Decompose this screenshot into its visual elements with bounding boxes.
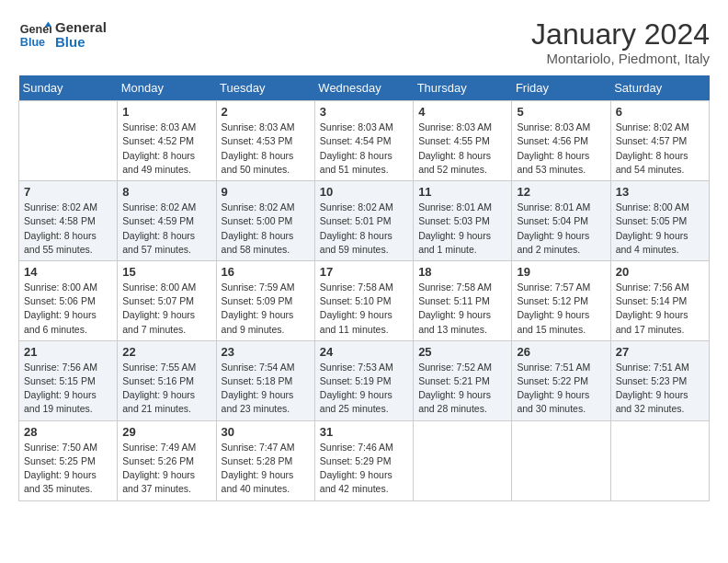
day-info: Sunrise: 8:03 AM Sunset: 4:56 PM Dayligh… [517, 121, 605, 177]
day-number: 16 [222, 265, 310, 279]
day-info: Sunrise: 7:56 AM Sunset: 5:14 PM Dayligh… [616, 281, 704, 337]
day-info: Sunrise: 8:00 AM Sunset: 5:06 PM Dayligh… [24, 281, 112, 337]
calendar-cell: 2Sunrise: 8:03 AM Sunset: 4:53 PM Daylig… [216, 101, 314, 181]
day-info: Sunrise: 8:02 AM Sunset: 5:00 PM Dayligh… [222, 201, 310, 257]
calendar-cell: 27Sunrise: 7:51 AM Sunset: 5:23 PM Dayli… [610, 340, 709, 420]
day-info: Sunrise: 7:55 AM Sunset: 5:16 PM Dayligh… [122, 361, 210, 417]
day-number: 31 [320, 425, 408, 439]
calendar-header-row: SundayMondayTuesdayWednesdayThursdayFrid… [19, 75, 710, 101]
column-header-thursday: Thursday [414, 75, 512, 101]
calendar-cell: 1Sunrise: 8:03 AM Sunset: 4:52 PM Daylig… [118, 101, 216, 181]
calendar-cell: 10Sunrise: 8:02 AM Sunset: 5:01 PM Dayli… [314, 181, 413, 261]
day-number: 5 [517, 105, 605, 119]
calendar-cell: 4Sunrise: 8:03 AM Sunset: 4:55 PM Daylig… [414, 101, 512, 181]
day-info: Sunrise: 8:01 AM Sunset: 5:03 PM Dayligh… [418, 201, 506, 257]
day-info: Sunrise: 8:02 AM Sunset: 4:59 PM Dayligh… [122, 201, 210, 257]
day-number: 10 [320, 185, 408, 199]
calendar-cell: 30Sunrise: 7:47 AM Sunset: 5:28 PM Dayli… [216, 420, 314, 500]
calendar-week-1: 1Sunrise: 8:03 AM Sunset: 4:52 PM Daylig… [19, 101, 710, 181]
calendar-cell: 7Sunrise: 8:02 AM Sunset: 4:58 PM Daylig… [19, 181, 118, 261]
day-info: Sunrise: 7:59 AM Sunset: 5:09 PM Dayligh… [222, 281, 310, 337]
calendar-title: January 2024 [531, 18, 710, 51]
calendar-cell [414, 420, 512, 500]
calendar-week-5: 28Sunrise: 7:50 AM Sunset: 5:25 PM Dayli… [19, 420, 710, 500]
day-info: Sunrise: 7:53 AM Sunset: 5:19 PM Dayligh… [320, 361, 408, 417]
column-header-monday: Monday [118, 75, 216, 101]
day-number: 15 [122, 265, 210, 279]
day-number: 22 [122, 345, 210, 359]
column-header-sunday: Sunday [19, 75, 118, 101]
day-number: 30 [222, 425, 310, 439]
calendar-cell: 21Sunrise: 7:56 AM Sunset: 5:15 PM Dayli… [19, 340, 118, 420]
day-number: 21 [24, 345, 112, 359]
day-info: Sunrise: 7:56 AM Sunset: 5:15 PM Dayligh… [24, 361, 112, 417]
day-number: 6 [616, 105, 704, 119]
calendar-week-2: 7Sunrise: 8:02 AM Sunset: 4:58 PM Daylig… [19, 181, 710, 261]
calendar-cell: 8Sunrise: 8:02 AM Sunset: 4:59 PM Daylig… [118, 181, 216, 261]
calendar-cell: 31Sunrise: 7:46 AM Sunset: 5:29 PM Dayli… [314, 420, 413, 500]
day-number: 7 [24, 185, 112, 199]
calendar-cell: 25Sunrise: 7:52 AM Sunset: 5:21 PM Dayli… [414, 340, 512, 420]
calendar-cell: 15Sunrise: 8:00 AM Sunset: 5:07 PM Dayli… [118, 260, 216, 340]
day-number: 4 [418, 105, 506, 119]
day-info: Sunrise: 8:03 AM Sunset: 4:52 PM Dayligh… [122, 121, 210, 177]
day-info: Sunrise: 7:57 AM Sunset: 5:12 PM Dayligh… [517, 281, 605, 337]
day-number: 11 [418, 185, 506, 199]
calendar-cell: 26Sunrise: 7:51 AM Sunset: 5:22 PM Dayli… [512, 340, 610, 420]
day-number: 27 [616, 345, 704, 359]
day-number: 23 [222, 345, 310, 359]
calendar-cell: 14Sunrise: 8:00 AM Sunset: 5:06 PM Dayli… [19, 260, 118, 340]
day-info: Sunrise: 7:51 AM Sunset: 5:22 PM Dayligh… [517, 361, 605, 417]
logo-icon: General Blue [18, 18, 51, 52]
day-number: 12 [517, 185, 605, 199]
day-number: 25 [418, 345, 506, 359]
column-header-saturday: Saturday [610, 75, 709, 101]
calendar-table: SundayMondayTuesdayWednesdayThursdayFrid… [18, 75, 710, 500]
day-number: 2 [222, 105, 310, 119]
calendar-cell: 11Sunrise: 8:01 AM Sunset: 5:03 PM Dayli… [414, 181, 512, 261]
day-number: 8 [122, 185, 210, 199]
column-header-wednesday: Wednesday [314, 75, 413, 101]
column-header-friday: Friday [512, 75, 610, 101]
calendar-week-3: 14Sunrise: 8:00 AM Sunset: 5:06 PM Dayli… [19, 260, 710, 340]
day-number: 29 [122, 425, 210, 439]
calendar-cell: 28Sunrise: 7:50 AM Sunset: 5:25 PM Dayli… [19, 420, 118, 500]
day-info: Sunrise: 7:58 AM Sunset: 5:11 PM Dayligh… [418, 281, 506, 337]
day-info: Sunrise: 8:02 AM Sunset: 4:57 PM Dayligh… [616, 121, 704, 177]
day-number: 19 [517, 265, 605, 279]
calendar-cell: 23Sunrise: 7:54 AM Sunset: 5:18 PM Dayli… [216, 340, 314, 420]
calendar-cell: 17Sunrise: 7:58 AM Sunset: 5:10 PM Dayli… [314, 260, 413, 340]
logo-text-blue: Blue [55, 35, 107, 51]
calendar-week-4: 21Sunrise: 7:56 AM Sunset: 5:15 PM Dayli… [19, 340, 710, 420]
day-info: Sunrise: 7:58 AM Sunset: 5:10 PM Dayligh… [320, 281, 408, 337]
calendar-cell: 6Sunrise: 8:02 AM Sunset: 4:57 PM Daylig… [610, 101, 709, 181]
day-info: Sunrise: 8:00 AM Sunset: 5:07 PM Dayligh… [122, 281, 210, 337]
day-number: 14 [24, 265, 112, 279]
calendar-cell: 9Sunrise: 8:02 AM Sunset: 5:00 PM Daylig… [216, 181, 314, 261]
calendar-cell [512, 420, 610, 500]
logo: General Blue General Blue [18, 18, 107, 52]
svg-text:Blue: Blue [20, 36, 45, 49]
title-block: January 2024 Montariolo, Piedmont, Italy [531, 18, 710, 66]
calendar-cell: 5Sunrise: 8:03 AM Sunset: 4:56 PM Daylig… [512, 101, 610, 181]
day-number: 9 [222, 185, 310, 199]
calendar-cell: 22Sunrise: 7:55 AM Sunset: 5:16 PM Dayli… [118, 340, 216, 420]
day-info: Sunrise: 8:03 AM Sunset: 4:54 PM Dayligh… [320, 121, 408, 177]
day-info: Sunrise: 7:47 AM Sunset: 5:28 PM Dayligh… [222, 441, 310, 497]
day-number: 1 [122, 105, 210, 119]
day-info: Sunrise: 8:01 AM Sunset: 5:04 PM Dayligh… [517, 201, 605, 257]
calendar-subtitle: Montariolo, Piedmont, Italy [531, 51, 710, 66]
calendar-cell: 12Sunrise: 8:01 AM Sunset: 5:04 PM Dayli… [512, 181, 610, 261]
day-number: 20 [616, 265, 704, 279]
day-info: Sunrise: 7:51 AM Sunset: 5:23 PM Dayligh… [616, 361, 704, 417]
calendar-cell: 13Sunrise: 8:00 AM Sunset: 5:05 PM Dayli… [610, 181, 709, 261]
day-number: 24 [320, 345, 408, 359]
day-number: 3 [320, 105, 408, 119]
day-info: Sunrise: 8:02 AM Sunset: 5:01 PM Dayligh… [320, 201, 408, 257]
calendar-cell [610, 420, 709, 500]
day-info: Sunrise: 8:03 AM Sunset: 4:53 PM Dayligh… [222, 121, 310, 177]
calendar-cell: 29Sunrise: 7:49 AM Sunset: 5:26 PM Dayli… [118, 420, 216, 500]
day-info: Sunrise: 7:49 AM Sunset: 5:26 PM Dayligh… [122, 441, 210, 497]
calendar-cell: 19Sunrise: 7:57 AM Sunset: 5:12 PM Dayli… [512, 260, 610, 340]
day-number: 26 [517, 345, 605, 359]
